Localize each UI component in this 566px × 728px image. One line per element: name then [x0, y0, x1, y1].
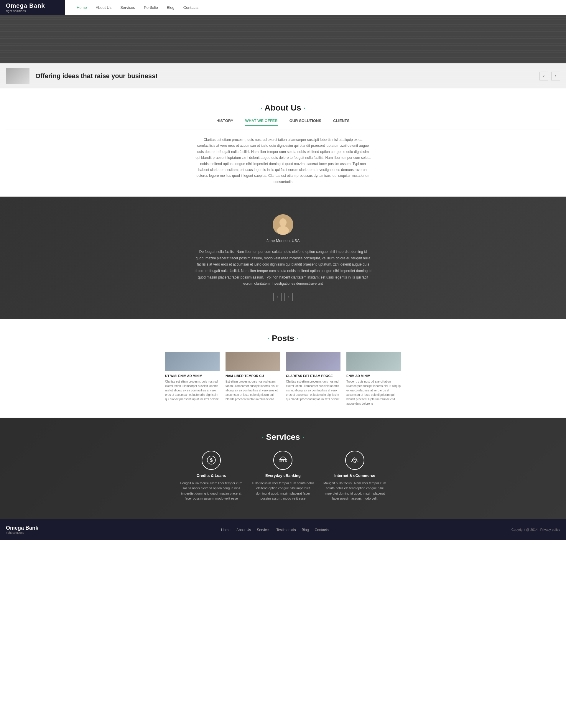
testimonial-name: · Jane Morison, USA · — [6, 238, 560, 243]
service-icon-credits: $ — [202, 451, 221, 470]
posts-grid: UT WISI ENIM AD MINIM Claritas est etiam… — [165, 352, 401, 406]
tab-clients[interactable]: CLIENTS — [333, 118, 350, 126]
nav-item-home[interactable]: Home — [77, 5, 87, 10]
footer: Omega Bank right solutions Home About Us… — [0, 519, 566, 540]
testimonial-avatar — [273, 214, 293, 235]
post-title-4: ENIM AD MINIM — [346, 374, 401, 378]
hero-heading: Offering ideas that raise your business! — [35, 72, 534, 80]
post-thumb-4 — [346, 352, 401, 371]
service-text-2: Tulla facilisim liber tempor cum soluta … — [251, 481, 314, 501]
post-thumb-1 — [165, 352, 220, 371]
post-card-2: NAM LIBER TEMPOR CU Est etiam procesm, q… — [226, 352, 280, 406]
brand-sub: right solutions — [6, 9, 59, 13]
navbar: Omega Bank right solutions Home About Us… — [0, 0, 566, 15]
nav-links: Home About Us Services Portfolio Blog Co… — [77, 5, 198, 10]
nav-item-about[interactable]: About Us — [96, 5, 111, 10]
footer-link-blog[interactable]: Blog — [302, 527, 309, 532]
brand-logo: Omega Bank right solutions — [0, 0, 65, 15]
about-tabs: HISTORY WHAT WE OFFER OUR SOLUTIONS CLIE… — [6, 118, 560, 129]
about-section: · About Us · HISTORY WHAT WE OFFER OUR S… — [0, 88, 566, 197]
hero-next-arrow[interactable]: › — [551, 72, 560, 80]
services-grid: $ Credits & Loans Feugait nulla facilisi… — [180, 451, 386, 501]
service-text-1: Feugait nulla facilisi. Nam liber tempor… — [180, 481, 243, 501]
post-text-4: Trocem, quis nostrud exerci tation ullam… — [346, 379, 401, 406]
service-text-3: Maugait nulla facilisi. Nam liber tempor… — [323, 481, 386, 501]
svg-text:$: $ — [210, 458, 213, 463]
post-thumb-2 — [226, 352, 280, 371]
service-name-2: Everyday cBanking — [251, 473, 314, 478]
post-card-1: UT WISI ENIM AD MINIM Claritas est etiam… — [165, 352, 220, 406]
post-text-2: Est etiam procesm, quis nostrud exerci t… — [226, 379, 280, 401]
svg-marker-6 — [279, 457, 287, 459]
about-title: · About Us · — [6, 103, 560, 113]
footer-brand-name: Omega Bank — [6, 525, 38, 531]
testimonial-text: De feugait nulla facilisi. Nam liber tem… — [195, 249, 371, 287]
about-content-text: Claritas est etiam procesm, quis nostrud… — [195, 137, 371, 185]
hero-thumbnail — [6, 68, 29, 84]
services-section: · Services · $ Credits & Loans Feugait n… — [0, 418, 566, 519]
post-text-1: Claritas est etiam procesm, quis nostrud… — [165, 379, 220, 401]
post-title-3: CLARITAS EST ETIAM PROCE — [286, 374, 340, 378]
service-card-1: $ Credits & Loans Feugait nulla facilisi… — [180, 451, 243, 501]
service-icon-ecommerce — [345, 451, 364, 470]
tab-history[interactable]: HISTORY — [216, 118, 233, 126]
post-thumb-3 — [286, 352, 340, 371]
post-card-3: CLARITAS EST ETIAM PROCE Claritas est et… — [286, 352, 340, 406]
footer-link-services[interactable]: Services — [257, 527, 270, 532]
nav-item-services[interactable]: Services — [120, 5, 135, 10]
service-card-2: OPEN Everyday cBanking Tulla facilisim l… — [251, 451, 314, 501]
service-name-1: Credits & Loans — [180, 473, 243, 478]
service-name-3: Internet & eCommerce — [323, 473, 386, 478]
post-text-3: Claritas est etiam procesm, quis nostrud… — [286, 379, 340, 401]
post-card-4: ENIM AD MINIM Trocem, quis nostrud exerc… — [346, 352, 401, 406]
footer-link-contacts[interactable]: Contacts — [315, 527, 328, 532]
svg-text:OPEN: OPEN — [279, 459, 287, 463]
svg-point-8 — [354, 461, 356, 463]
testimonial-prev-arrow[interactable]: ‹ — [273, 293, 282, 301]
footer-brand-sub: right solutions — [6, 531, 38, 534]
hero-overlay: Offering ideas that raise your business!… — [0, 63, 566, 88]
services-title: · Services · — [6, 432, 560, 442]
footer-nav-links: Home About Us Services Testimonials Blog… — [221, 527, 329, 532]
brand-name: Omega Bank — [6, 2, 59, 9]
nav-item-blog[interactable]: Blog — [167, 5, 175, 10]
hero-prev-arrow[interactable]: ‹ — [539, 72, 548, 80]
testimonial-next-arrow[interactable]: › — [284, 293, 293, 301]
about-title-text: About Us — [264, 103, 301, 112]
post-title-2: NAM LIBER TEMPOR CU — [226, 374, 280, 378]
nav-item-portfolio[interactable]: Portfolio — [144, 5, 158, 10]
footer-link-about[interactable]: About Us — [236, 527, 251, 532]
service-card-3: Internet & eCommerce Maugait nulla facil… — [323, 451, 386, 501]
posts-section: · Posts · UT WISI ENIM AD MINIM Claritas… — [0, 319, 566, 418]
hero-nav-arrows: ‹ › — [539, 72, 560, 80]
about-title-dot-right: · — [303, 105, 305, 112]
about-title-dot-left: · — [261, 105, 262, 112]
footer-link-testimonials[interactable]: Testimonials — [276, 527, 296, 532]
footer-link-home[interactable]: Home — [221, 527, 231, 532]
testimonial-section: · Jane Morison, USA · De feugait nulla f… — [0, 197, 566, 319]
svg-point-1 — [279, 218, 287, 227]
footer-brand: Omega Bank right solutions — [6, 525, 38, 534]
svg-point-2 — [277, 226, 289, 235]
hero-section: Offering ideas that raise your business!… — [0, 15, 566, 88]
posts-title: · Posts · — [6, 334, 560, 343]
footer-copyright: Copyright @ 2014 · Privacy policy — [511, 528, 560, 531]
service-icon-banking: OPEN — [273, 451, 292, 470]
tab-our-solutions[interactable]: OUR SOLUTIONS — [289, 118, 321, 126]
tab-what-we-offer[interactable]: WHAT WE OFFER — [245, 118, 277, 126]
testimonial-nav-arrows: ‹ › — [6, 293, 560, 301]
post-title-1: UT WISI ENIM AD MINIM — [165, 374, 220, 378]
nav-item-contacts[interactable]: Contacts — [183, 5, 198, 10]
